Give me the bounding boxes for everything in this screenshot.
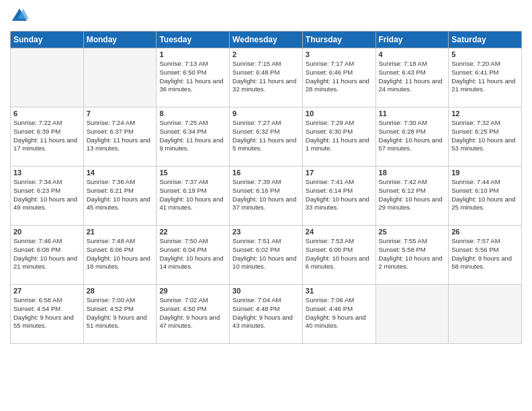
calendar-cell: 23Sunrise: 7:51 AM Sunset: 6:02 PM Dayli… [230, 226, 303, 285]
day-info: Sunrise: 7:42 AM Sunset: 6:12 PM Dayligh… [379, 178, 446, 212]
day-info: Sunrise: 7:34 AM Sunset: 6:23 PM Dayligh… [13, 178, 81, 212]
day-info: Sunrise: 7:22 AM Sunset: 6:39 PM Dayligh… [13, 119, 81, 153]
week-row-5: 27Sunrise: 6:58 AM Sunset: 4:54 PM Dayli… [11, 285, 522, 344]
day-info: Sunrise: 7:29 AM Sunset: 6:30 PM Dayligh… [306, 119, 373, 153]
day-number: 24 [306, 228, 373, 236]
day-info: Sunrise: 7:13 AM Sunset: 6:50 PM Dayligh… [159, 60, 226, 94]
day-info: Sunrise: 7:04 AM Sunset: 4:48 PM Dayligh… [232, 296, 300, 330]
calendar-cell: 18Sunrise: 7:42 AM Sunset: 6:12 PM Dayli… [375, 167, 449, 226]
day-number: 14 [87, 169, 154, 177]
calendar-cell: 14Sunrise: 7:36 AM Sunset: 6:21 PM Dayli… [83, 167, 157, 226]
day-number: 26 [451, 228, 519, 236]
day-info: Sunrise: 7:41 AM Sunset: 6:14 PM Dayligh… [306, 178, 373, 212]
logo [10, 7, 32, 26]
day-info: Sunrise: 7:02 AM Sunset: 4:50 PM Dayligh… [159, 296, 226, 330]
calendar-cell [83, 48, 157, 107]
day-number: 6 [13, 109, 81, 118]
day-info: Sunrise: 7:37 AM Sunset: 6:19 PM Dayligh… [159, 178, 226, 212]
day-info: Sunrise: 7:36 AM Sunset: 6:21 PM Dayligh… [87, 178, 154, 212]
calendar-cell: 4Sunrise: 7:18 AM Sunset: 6:43 PM Daylig… [375, 48, 449, 107]
day-info: Sunrise: 7:17 AM Sunset: 6:46 PM Dayligh… [306, 60, 373, 94]
day-number: 10 [306, 109, 373, 118]
day-number: 17 [306, 169, 373, 177]
weekday-header-friday: Friday [375, 32, 449, 48]
day-number: 16 [232, 169, 300, 177]
weekday-header-thursday: Thursday [302, 32, 375, 48]
day-number: 7 [87, 109, 154, 118]
day-number: 21 [87, 228, 154, 236]
calendar-cell [11, 48, 84, 107]
day-number: 2 [232, 50, 300, 58]
calendar-cell: 11Sunrise: 7:30 AM Sunset: 6:28 PM Dayli… [375, 107, 449, 167]
day-number: 12 [451, 109, 519, 118]
calendar-table: SundayMondayTuesdayWednesdayThursdayFrid… [10, 31, 522, 344]
day-info: Sunrise: 6:58 AM Sunset: 4:54 PM Dayligh… [13, 296, 81, 330]
day-number: 30 [232, 287, 300, 295]
day-info: Sunrise: 7:48 AM Sunset: 6:06 PM Dayligh… [87, 237, 154, 271]
weekday-header-monday: Monday [83, 32, 157, 48]
calendar-cell [375, 285, 449, 344]
calendar-cell: 28Sunrise: 7:00 AM Sunset: 4:52 PM Dayli… [83, 285, 157, 344]
day-number: 22 [159, 228, 226, 236]
day-info: Sunrise: 7:00 AM Sunset: 4:52 PM Dayligh… [87, 296, 154, 330]
calendar-cell: 7Sunrise: 7:24 AM Sunset: 6:37 PM Daylig… [83, 107, 157, 167]
day-info: Sunrise: 7:44 AM Sunset: 6:10 PM Dayligh… [451, 178, 519, 212]
day-info: Sunrise: 7:24 AM Sunset: 6:37 PM Dayligh… [87, 119, 154, 153]
day-info: Sunrise: 7:15 AM Sunset: 6:48 PM Dayligh… [232, 60, 300, 94]
calendar-cell: 2Sunrise: 7:15 AM Sunset: 6:48 PM Daylig… [230, 48, 303, 107]
calendar-cell: 19Sunrise: 7:44 AM Sunset: 6:10 PM Dayli… [449, 167, 522, 226]
calendar-cell: 22Sunrise: 7:50 AM Sunset: 6:04 PM Dayli… [157, 226, 230, 285]
day-info: Sunrise: 7:53 AM Sunset: 6:00 PM Dayligh… [306, 237, 373, 271]
week-row-1: 1Sunrise: 7:13 AM Sunset: 6:50 PM Daylig… [11, 48, 522, 107]
calendar-cell: 8Sunrise: 7:25 AM Sunset: 6:34 PM Daylig… [157, 107, 230, 167]
day-info: Sunrise: 7:57 AM Sunset: 5:56 PM Dayligh… [451, 237, 519, 271]
day-number: 3 [306, 50, 373, 58]
calendar-cell: 3Sunrise: 7:17 AM Sunset: 6:46 PM Daylig… [302, 48, 375, 107]
calendar-cell: 20Sunrise: 7:46 AM Sunset: 6:08 PM Dayli… [11, 226, 84, 285]
day-number: 15 [159, 169, 226, 177]
day-number: 31 [306, 287, 373, 295]
day-number: 23 [232, 228, 300, 236]
day-number: 4 [379, 50, 446, 58]
weekday-header-tuesday: Tuesday [157, 32, 230, 48]
calendar-cell: 9Sunrise: 7:27 AM Sunset: 6:32 PM Daylig… [230, 107, 303, 167]
week-row-2: 6Sunrise: 7:22 AM Sunset: 6:39 PM Daylig… [11, 107, 522, 167]
day-number: 18 [379, 169, 446, 177]
day-info: Sunrise: 7:50 AM Sunset: 6:04 PM Dayligh… [159, 237, 226, 271]
day-info: Sunrise: 7:51 AM Sunset: 6:02 PM Dayligh… [232, 237, 300, 271]
day-info: Sunrise: 7:25 AM Sunset: 6:34 PM Dayligh… [159, 119, 226, 153]
day-number: 28 [87, 287, 154, 295]
day-info: Sunrise: 7:32 AM Sunset: 6:25 PM Dayligh… [451, 119, 519, 153]
day-number: 1 [159, 50, 226, 58]
day-number: 11 [379, 109, 446, 118]
calendar-cell: 17Sunrise: 7:41 AM Sunset: 6:14 PM Dayli… [302, 167, 375, 226]
page: SundayMondayTuesdayWednesdayThursdayFrid… [0, 0, 532, 411]
calendar-cell: 25Sunrise: 7:55 AM Sunset: 5:58 PM Dayli… [375, 226, 449, 285]
day-info: Sunrise: 7:30 AM Sunset: 6:28 PM Dayligh… [379, 119, 446, 153]
weekday-header-saturday: Saturday [449, 32, 522, 48]
day-info: Sunrise: 7:20 AM Sunset: 6:41 PM Dayligh… [451, 60, 519, 94]
calendar-cell: 21Sunrise: 7:48 AM Sunset: 6:06 PM Dayli… [83, 226, 157, 285]
calendar-cell: 29Sunrise: 7:02 AM Sunset: 4:50 PM Dayli… [157, 285, 230, 344]
calendar-cell: 30Sunrise: 7:04 AM Sunset: 4:48 PM Dayli… [230, 285, 303, 344]
calendar-cell: 5Sunrise: 7:20 AM Sunset: 6:41 PM Daylig… [449, 48, 522, 107]
week-row-3: 13Sunrise: 7:34 AM Sunset: 6:23 PM Dayli… [11, 167, 522, 226]
calendar-cell: 10Sunrise: 7:29 AM Sunset: 6:30 PM Dayli… [302, 107, 375, 167]
weekday-header-wednesday: Wednesday [230, 32, 303, 48]
calendar-cell: 26Sunrise: 7:57 AM Sunset: 5:56 PM Dayli… [449, 226, 522, 285]
day-info: Sunrise: 7:06 AM Sunset: 4:46 PM Dayligh… [306, 296, 373, 330]
day-number: 29 [159, 287, 226, 295]
day-number: 5 [451, 50, 519, 58]
day-number: 19 [451, 169, 519, 177]
day-number: 25 [379, 228, 446, 236]
day-info: Sunrise: 7:46 AM Sunset: 6:08 PM Dayligh… [13, 237, 81, 271]
weekday-header-sunday: Sunday [11, 32, 84, 48]
day-info: Sunrise: 7:27 AM Sunset: 6:32 PM Dayligh… [232, 119, 300, 153]
header [10, 7, 522, 26]
day-number: 20 [13, 228, 81, 236]
day-info: Sunrise: 7:55 AM Sunset: 5:58 PM Dayligh… [379, 237, 446, 271]
calendar-cell: 16Sunrise: 7:39 AM Sunset: 6:16 PM Dayli… [230, 167, 303, 226]
calendar-cell: 15Sunrise: 7:37 AM Sunset: 6:19 PM Dayli… [157, 167, 230, 226]
calendar-cell: 13Sunrise: 7:34 AM Sunset: 6:23 PM Dayli… [11, 167, 84, 226]
week-row-4: 20Sunrise: 7:46 AM Sunset: 6:08 PM Dayli… [11, 226, 522, 285]
